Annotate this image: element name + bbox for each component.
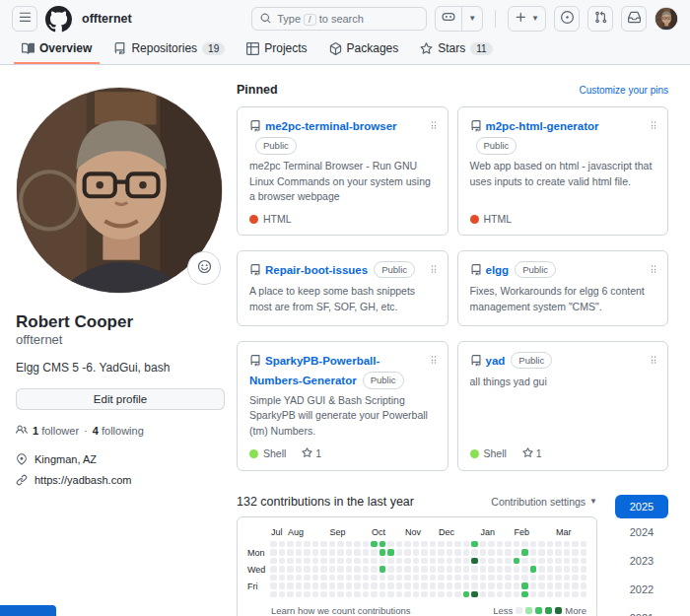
contribution-cell[interactable] <box>454 549 461 556</box>
contribution-cell[interactable] <box>488 566 495 573</box>
contribution-cell[interactable] <box>270 566 277 573</box>
contribution-cell[interactable] <box>463 566 470 573</box>
grabber-icon[interactable] <box>648 117 659 135</box>
contribution-cell[interactable] <box>421 591 428 598</box>
contribution-cell[interactable] <box>304 582 310 589</box>
contribution-cell[interactable] <box>287 541 294 548</box>
contribution-cell[interactable] <box>471 591 478 598</box>
contribution-cell[interactable] <box>380 541 386 548</box>
tab-stars[interactable]: Stars11 <box>412 37 500 64</box>
tab-projects[interactable]: Projects <box>239 37 314 64</box>
contribution-cell[interactable] <box>363 558 370 565</box>
contribution-cell[interactable] <box>337 575 344 582</box>
contribution-cell[interactable] <box>279 558 286 565</box>
contribution-cell[interactable] <box>296 591 303 598</box>
contribution-cell[interactable] <box>454 541 461 548</box>
contribution-cell[interactable] <box>438 591 445 598</box>
contribution-cell[interactable] <box>538 566 545 573</box>
contribution-cell[interactable] <box>270 549 277 556</box>
contribution-cell[interactable] <box>530 549 537 556</box>
contribution-cell[interactable] <box>447 558 453 565</box>
contribution-cell[interactable] <box>555 566 562 573</box>
contribution-cell[interactable] <box>454 558 461 565</box>
contribution-cell[interactable] <box>304 575 310 582</box>
contribution-cell[interactable] <box>329 541 336 548</box>
contribution-cell[interactable] <box>337 566 344 573</box>
contribution-cell[interactable] <box>471 582 478 589</box>
contribution-cell[interactable] <box>421 582 428 589</box>
contribution-cell[interactable] <box>404 575 411 582</box>
contribution-cell[interactable] <box>572 558 579 565</box>
contribution-cell[interactable] <box>447 582 453 589</box>
contribution-cell[interactable] <box>363 591 370 598</box>
year-link[interactable]: 2021 <box>615 604 668 616</box>
contribution-cell[interactable] <box>312 558 319 565</box>
contribution-cell[interactable] <box>463 575 470 582</box>
grabber-icon[interactable] <box>428 352 440 370</box>
contribution-cell[interactable] <box>363 566 370 573</box>
contribution-cell[interactable] <box>421 558 428 565</box>
contribution-cell[interactable] <box>488 541 495 548</box>
contribution-cell[interactable] <box>380 566 386 573</box>
contribution-cell[interactable] <box>471 549 478 556</box>
contribution-cell[interactable] <box>337 591 344 598</box>
repo-name-link[interactable]: me2pc-terminal-browser <box>265 120 397 132</box>
grabber-icon[interactable] <box>648 352 659 370</box>
contribution-cell[interactable] <box>304 566 310 573</box>
following-link[interactable]: 4 following <box>93 425 144 437</box>
contribution-cell[interactable] <box>572 582 579 589</box>
contribution-cell[interactable] <box>430 558 437 565</box>
contribution-cell[interactable] <box>287 582 294 589</box>
edit-profile-button[interactable]: Edit profile <box>16 388 225 410</box>
contribution-cell[interactable] <box>538 541 545 548</box>
contribution-cell[interactable] <box>346 591 353 598</box>
contribution-cell[interactable] <box>430 549 437 556</box>
contribution-cell[interactable] <box>387 582 394 589</box>
contribution-cell[interactable] <box>413 541 420 548</box>
contribution-cell[interactable] <box>346 549 353 556</box>
contribution-cell[interactable] <box>572 575 579 582</box>
contribution-cell[interactable] <box>329 566 336 573</box>
tab-overview[interactable]: Overview <box>14 37 100 64</box>
contribution-cell[interactable] <box>538 558 545 565</box>
contribution-cell[interactable] <box>287 549 294 556</box>
contribution-cell[interactable] <box>337 541 344 548</box>
contribution-cell[interactable] <box>329 575 336 582</box>
contribution-cell[interactable] <box>396 575 403 582</box>
contribution-cell[interactable] <box>538 582 545 589</box>
contribution-cell[interactable] <box>430 575 437 582</box>
contribution-cell[interactable] <box>538 549 545 556</box>
contribution-cell[interactable] <box>371 582 378 589</box>
contribution-cell[interactable] <box>514 566 520 573</box>
contribution-cell[interactable] <box>296 541 303 548</box>
contribution-cell[interactable] <box>270 582 277 589</box>
repo-name-link[interactable]: Repair-boot-issues <box>265 264 368 276</box>
contribution-cell[interactable] <box>438 558 445 565</box>
contribution-cell[interactable] <box>547 558 554 565</box>
tab-repositories[interactable]: Repositories19 <box>105 37 233 64</box>
contribution-cell[interactable] <box>320 591 327 598</box>
contribution-cell[interactable] <box>287 566 294 573</box>
contribution-cell[interactable] <box>346 582 353 589</box>
contribution-cell[interactable] <box>296 575 303 582</box>
year-button-active[interactable]: 2025 <box>615 495 668 518</box>
contribution-cell[interactable] <box>421 541 428 548</box>
contribution-cell[interactable] <box>304 558 310 565</box>
contribution-cell[interactable] <box>421 575 428 582</box>
contribution-cell[interactable] <box>447 591 453 598</box>
contribution-cell[interactable] <box>354 582 361 589</box>
contribution-cell[interactable] <box>463 582 470 589</box>
grabber-icon[interactable] <box>648 261 659 279</box>
contribution-cell[interactable] <box>380 591 386 598</box>
contribution-cell[interactable] <box>564 566 571 573</box>
contribution-cell[interactable] <box>505 549 512 556</box>
contribution-cell[interactable] <box>514 591 520 598</box>
contribution-cell[interactable] <box>329 582 336 589</box>
contribution-cell[interactable] <box>371 549 378 556</box>
contribution-cell[interactable] <box>438 549 445 556</box>
contribution-cell[interactable] <box>354 541 361 548</box>
contribution-cell[interactable] <box>547 591 554 598</box>
contribution-cell[interactable] <box>346 575 353 582</box>
contribution-cell[interactable] <box>521 575 528 582</box>
repo-name-link[interactable]: elgg <box>486 264 510 276</box>
